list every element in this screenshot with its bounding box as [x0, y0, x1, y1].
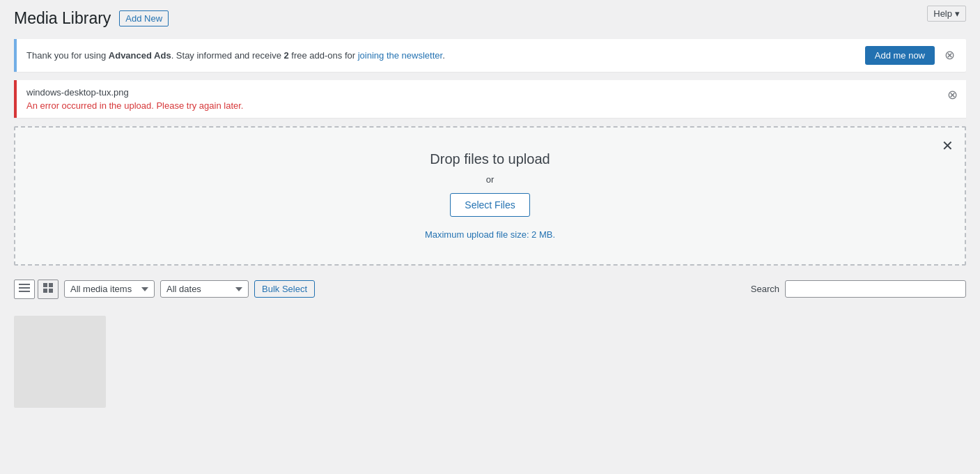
media-item[interactable] — [14, 316, 106, 408]
error-close-button[interactable]: ⊗ — [946, 87, 959, 102]
search-label: Search — [751, 284, 779, 294]
error-message: An error occurred in the upload. Please … — [26, 100, 956, 111]
list-view-icon — [19, 284, 30, 294]
add-me-button[interactable]: Add me now — [865, 46, 935, 65]
banner-right: Add me now ⊗ — [865, 46, 956, 65]
svg-rect-6 — [49, 289, 53, 293]
notification-after-count: free add-ons for — [289, 50, 358, 61]
add-new-button[interactable]: Add New — [119, 10, 169, 26]
svg-rect-4 — [49, 283, 53, 287]
notification-brand: Advanced Ads — [109, 50, 171, 61]
notification-banner: Thank you for using Advanced Ads. Stay i… — [14, 39, 966, 72]
close-icon: ⊗ — [944, 48, 955, 62]
media-type-filter[interactable]: All media items Images Audio Video Docum… — [64, 280, 155, 298]
notification-middle: . Stay informed and receive — [171, 50, 284, 61]
svg-rect-2 — [19, 291, 30, 292]
grid-view-icon — [43, 283, 53, 295]
upload-or-text: or — [486, 174, 495, 185]
page-header: Media Library Add New — [14, 6, 966, 29]
close-icon: ⊗ — [947, 88, 958, 102]
upload-close-button[interactable]: ✕ — [940, 137, 955, 154]
notification-before: Thank you for using — [26, 50, 109, 61]
max-size-highlight: Maximum — [425, 229, 464, 240]
svg-rect-5 — [43, 289, 47, 293]
notification-text: Thank you for using Advanced Ads. Stay i… — [26, 50, 445, 61]
max-size-text: upload file size: 2 MB. — [464, 229, 555, 240]
media-toolbar: All media items Images Audio Video Docum… — [14, 274, 966, 305]
notification-end: . — [442, 50, 445, 61]
view-toggle — [14, 280, 59, 299]
svg-rect-3 — [43, 283, 47, 287]
notification-count: 2 — [283, 50, 288, 61]
close-icon: ✕ — [942, 138, 954, 153]
grid-view-button[interactable] — [38, 280, 59, 299]
error-filename: windows-desktop-tux.png — [26, 87, 956, 98]
date-filter[interactable]: All dates January 2024 December 2023 — [160, 280, 249, 298]
bulk-select-button[interactable]: Bulk Select — [254, 280, 315, 298]
error-notice: windows-desktop-tux.png An error occurre… — [14, 80, 966, 118]
notification-newsletter-link[interactable]: joining the newsletter — [358, 50, 442, 61]
search-input[interactable] — [785, 280, 966, 298]
media-grid — [14, 313, 966, 411]
svg-rect-0 — [19, 284, 30, 285]
notification-close-button[interactable]: ⊗ — [943, 47, 956, 63]
page-title: Media Library — [14, 8, 111, 29]
svg-rect-1 — [19, 287, 30, 289]
upload-title: Drop files to upload — [430, 151, 550, 167]
upload-max-size: Maximum upload file size: 2 MB. — [425, 229, 555, 240]
list-view-button[interactable] — [14, 280, 35, 299]
search-area: Search — [751, 280, 966, 298]
upload-area[interactable]: ✕ Drop files to upload or Select Files M… — [14, 126, 966, 266]
select-files-button[interactable]: Select Files — [450, 193, 529, 217]
